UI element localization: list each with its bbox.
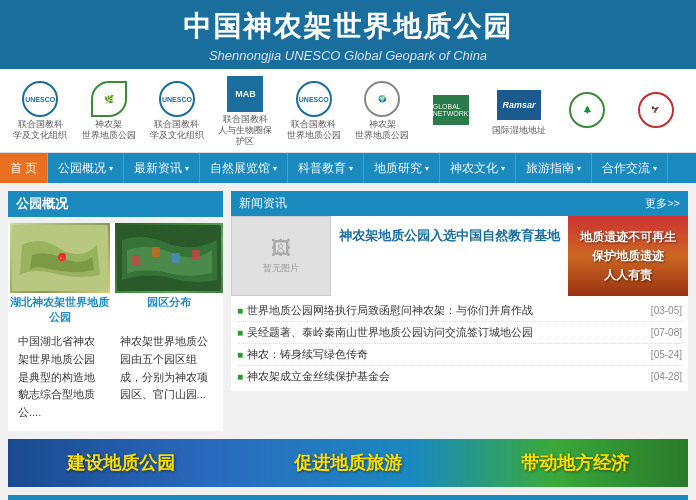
image-placeholder-icon: 🖼 <box>271 237 291 260</box>
news-overlay-image: 地质遗迹不可再生保护地质遗迹人人有责 <box>568 216 688 296</box>
logo-ramsar: Ramsar 国际湿地地址 <box>489 86 549 136</box>
park-map-image <box>10 223 110 293</box>
banner-text-2: 促进地质旅游 <box>294 451 402 475</box>
news-section-header: 新闻资讯 更多>> <box>231 191 688 216</box>
news-item-date: [04-28] <box>651 371 682 382</box>
news-item-title[interactable]: 神农：铸身续写绿色传奇 <box>247 347 643 362</box>
map-right-label: 园区分布 <box>147 295 191 310</box>
nav-arrow-5: ▾ <box>425 164 429 173</box>
nav-geology[interactable]: 地质研究 ▾ <box>364 153 440 183</box>
banner-text-1: 建设地质公园 <box>67 451 175 475</box>
overview-section-header: 公园概况 <box>8 191 223 217</box>
svg-rect-6 <box>172 253 180 263</box>
news-item-title[interactable]: 神农架成立金丝续保护基金会 <box>247 369 643 384</box>
news-item-title[interactable]: 世界地质公园网络执行局致函慰问神农架：与你们并肩作战 <box>247 303 643 318</box>
map-left-label: 湖北神农架世界地质公园 <box>8 295 111 325</box>
news-item-title[interactable]: 吴经题著、泰岭秦南山世界地质公园访问交流签订城地公园 <box>247 325 643 340</box>
site-title: 中国神农架世界地质公园 <box>0 8 696 46</box>
nav-exhibit[interactable]: 自然展览馆 ▾ <box>200 153 288 183</box>
park-desc-left: 中国湖北省神农架世界地质公园是典型的构造地貌志综合型地质公.... <box>12 329 110 425</box>
list-item: ■ 吴经题著、泰岭秦南山世界地质公园访问交流签订城地公园 [07-08] <box>237 322 682 344</box>
nav-home[interactable]: 首 页 <box>0 153 48 183</box>
logo-unesco-1: UNESCO 联合国教科学及文化组织 <box>10 80 70 141</box>
park-map-row: 湖北神农架世界地质公园 园区分布 <box>8 223 223 325</box>
bullet-icon: ■ <box>237 349 243 360</box>
nav-overview[interactable]: 公园概况 ▾ <box>48 153 124 183</box>
svg-rect-4 <box>132 255 140 265</box>
nav-tourism[interactable]: 旅游指南 ▾ <box>516 153 592 183</box>
news-overlay-text: 地质遗迹不可再生保护地质遗迹人人有责 <box>576 224 680 290</box>
news-section: 🖼 暂无图片 神农架地质公园入选中国自然教育基地 地质遗迹不可再生保护地质遗迹人… <box>231 216 688 391</box>
banner-text-3: 带动地方经济 <box>521 451 629 475</box>
news-featured-title[interactable]: 神农架地质公园入选中国自然教育基地 <box>331 216 568 296</box>
news-placeholder-image: 🖼 暂无图片 <box>231 216 331 296</box>
park-distribution-image <box>115 223 223 293</box>
nav-arrow-7: ▾ <box>577 164 581 173</box>
nav-arrow-2: ▾ <box>185 164 189 173</box>
nav-arrow: ▾ <box>109 164 113 173</box>
nav-arrow-8: ▾ <box>653 164 657 173</box>
svg-rect-5 <box>152 247 160 257</box>
news-item-date: [03-05] <box>651 305 682 316</box>
bullet-icon: ■ <box>237 371 243 382</box>
list-item: ■ 世界地质公园网络执行局致函慰问神农架：与你们并肩作战 [03-05] <box>237 300 682 322</box>
park-desc-row: 中国湖北省神农架世界地质公园是典型的构造地貌志综合型地质公.... 神农架世界地… <box>8 329 223 431</box>
svg-rect-7 <box>192 250 200 260</box>
map-svg <box>12 225 108 291</box>
logo-green: 🌲 <box>557 91 617 130</box>
site-subtitle: Shennongjia UNESCO Global Geopark of Chi… <box>0 48 696 63</box>
nav-arrow-3: ▾ <box>273 164 277 173</box>
right-column: 新闻资讯 更多>> 🖼 暂无图片 神农架地质公园入选中国自然教育基地 地质遗迹不… <box>231 191 688 431</box>
culture-section-header: 公园文化 <box>8 495 688 500</box>
logo-red: 🦅 <box>626 91 686 130</box>
park-desc-right: 神农架世界地质公园由五个园区组成，分别为神农项园区、官门山园... <box>114 329 219 425</box>
news-title: 新闻资讯 <box>239 195 287 212</box>
bullet-icon: ■ <box>237 305 243 316</box>
site-header: 中国神农架世界地质公园 Shennongjia UNESCO Global Ge… <box>0 0 696 69</box>
nav-news[interactable]: 最新资讯 ▾ <box>124 153 200 183</box>
distribution-svg <box>117 225 221 291</box>
bullet-icon: ■ <box>237 327 243 338</box>
nav-science[interactable]: 科普教育 ▾ <box>288 153 364 183</box>
nav-culture[interactable]: 神农文化 ▾ <box>440 153 516 183</box>
logo-unesco-2: UNESCO 联合国教科学及文化组织 <box>147 80 207 141</box>
promotional-banner: 建设地质公园 促进地质旅游 带动地方经济 <box>8 439 688 487</box>
nav-arrow-4: ▾ <box>349 164 353 173</box>
list-item: ■ 神农：铸身续写绿色传奇 [05-24] <box>237 344 682 366</box>
news-item-date: [07-08] <box>651 327 682 338</box>
culture-section: 公园文化 <box>8 495 688 500</box>
logos-bar: UNESCO 联合国教科学及文化组织 🌿 神农架世界地质公园 UNESCO 联合… <box>0 69 696 153</box>
main-content: 公园概况 湖北神农架世界地质公园 <box>0 183 696 439</box>
logo-mab: MАB 联合国教科人与生物圈保护区 <box>215 75 275 146</box>
news-top-row: 🖼 暂无图片 神农架地质公园入选中国自然教育基地 地质遗迹不可再生保护地质遗迹人… <box>231 216 688 296</box>
logo-geopark: 🌿 神农架世界地质公园 <box>78 80 138 141</box>
map-right-container: 园区分布 <box>115 223 223 325</box>
map-left-container: 湖北神农架世界地质公园 <box>8 223 111 325</box>
news-item-date: [05-24] <box>651 349 682 360</box>
logo-geopark-2: 🌍 神农架世界地质公园 <box>352 80 412 141</box>
logo-unesco-3: UNESCO 联合国教科世界地质公园 <box>284 80 344 141</box>
list-item: ■ 神农架成立金丝续保护基金会 [04-28] <box>237 366 682 387</box>
left-column: 公园概况 湖北神农架世界地质公园 <box>8 191 223 431</box>
news-more-link[interactable]: 更多>> <box>645 196 680 211</box>
news-list: ■ 世界地质公园网络执行局致函慰问神农架：与你们并肩作战 [03-05] ■ 吴… <box>231 296 688 391</box>
logo-network: GLOBALNETWORK <box>420 91 480 130</box>
nav-cooperation[interactable]: 合作交流 ▾ <box>592 153 668 183</box>
placeholder-text: 暂无图片 <box>263 262 299 275</box>
nav-arrow-6: ▾ <box>501 164 505 173</box>
park-overview: 湖北神农架世界地质公园 园区分布 <box>8 223 223 431</box>
map-location-dot <box>60 253 66 259</box>
nav-bar: 首 页 公园概况 ▾ 最新资讯 ▾ 自然展览馆 ▾ 科普教育 ▾ 地质研究 ▾ … <box>0 153 696 183</box>
